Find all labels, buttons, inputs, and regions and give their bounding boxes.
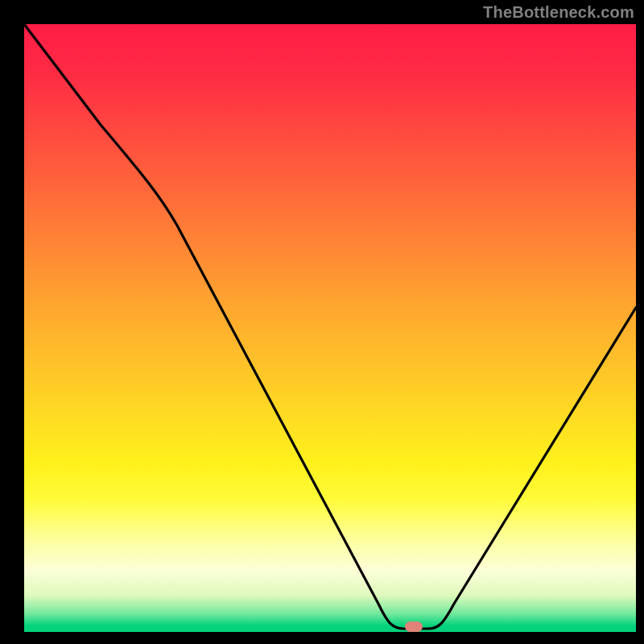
axis-bottom <box>0 632 644 644</box>
bottleneck-curve <box>24 24 636 632</box>
axis-left <box>0 0 24 644</box>
chart-container: TheBottleneck.com <box>0 0 644 644</box>
plot-area <box>24 24 636 632</box>
optimal-point-marker <box>405 621 423 632</box>
watermark-text: TheBottleneck.com <box>483 3 634 22</box>
frame-right <box>636 0 644 644</box>
